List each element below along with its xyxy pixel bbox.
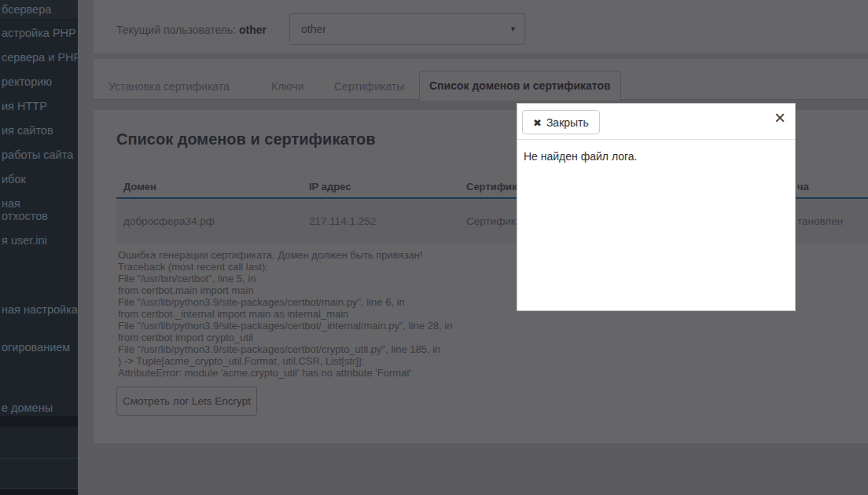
cell-ip: 217.114.1.252 — [309, 215, 376, 227]
column-header-ip: IP адрес — [309, 181, 351, 192]
close-icon: ✖ — [533, 117, 542, 129]
sidebar-footer-strip — [0, 489, 78, 495]
x-close-icon[interactable]: × — [774, 107, 785, 129]
cell-status-fragment: тановлен — [797, 215, 843, 227]
error-log-line: File "/usr/lib/python3.9/site-packages/c… — [118, 343, 452, 355]
current-user-value: other — [239, 24, 267, 36]
sidebar-item[interactable]: ная настройка — [2, 302, 78, 317]
cell-domain: добросфера34.рф — [123, 215, 215, 227]
sidebar-divider — [0, 458, 78, 459]
error-log-line: from certbot._internal import main as in… — [118, 308, 452, 320]
tab-label: Список доменов и сертификатов — [429, 79, 611, 92]
page-title: Список доменов и сертификатов — [116, 130, 376, 148]
modal-header: ✖Закрыть × — [517, 104, 795, 140]
screen: бсервера астройка PHP сервера и PHP рект… — [0, 0, 868, 495]
error-log-line: File "/usr/lib/python3.9/site-packages/c… — [118, 296, 452, 308]
sidebar-item[interactable]: ректорию — [2, 75, 52, 89]
current-user-label: Текущий пользователь: other — [116, 24, 267, 36]
sidebar-item[interactable]: я user.ini — [2, 233, 47, 248]
log-modal: ✖Закрыть × Не найден файл лога. — [517, 103, 796, 311]
tab-certificates[interactable]: Сертификаты — [334, 80, 404, 93]
sidebar-item[interactable]: ия HTTP — [2, 99, 47, 113]
sidebar-item[interactable]: отхостов — [2, 209, 48, 223]
tab-install-certificate[interactable]: Установка сертификата — [108, 80, 230, 93]
sidebar-footer-strip — [0, 416, 78, 427]
sidebar-item[interactable]: ибок — [2, 172, 26, 186]
user-select[interactable]: other ▼ — [289, 13, 525, 45]
sidebar-item[interactable]: е домены — [2, 401, 53, 415]
error-log-line: File "/usr/bin/certbot", line 5, in — [118, 273, 452, 284]
error-log-line: from certbot.main import main — [118, 284, 452, 296]
sidebar: бсервера астройка PHP сервера и PHP рект… — [0, 0, 78, 495]
view-log-button[interactable]: Смотреть лог Lets Encrypt — [116, 387, 257, 416]
error-log-line: ) -> Tuple[acme_crypto_util.Format, util… — [118, 355, 452, 367]
error-log-line: AttributeError: module 'acme.crypto_util… — [118, 367, 452, 379]
error-log-line: Traceback (most recent call last): — [118, 261, 452, 273]
sidebar-item[interactable]: работы сайта — [2, 148, 73, 162]
tab-domains-and-certificates[interactable]: Список доменов и сертификатов — [419, 71, 621, 101]
user-select-value: other — [301, 23, 326, 35]
modal-message: Не найден файл лога. — [517, 140, 795, 163]
user-panel: Текущий пользователь: other other ▼ — [94, 0, 868, 53]
error-log-line: File "/usr/lib/python3.9/site-packages/c… — [118, 320, 452, 332]
error-log: Ошибка генерации сертификата. Домен долж… — [118, 249, 452, 379]
current-user-text: Текущий пользователь: — [116, 24, 236, 36]
column-header-domain: Домен — [123, 181, 156, 192]
modal-close-button[interactable]: ✖Закрыть — [522, 110, 600, 134]
tab-bar: Установка сертификата Ключи Сертификаты … — [94, 59, 868, 100]
modal-close-label: Закрыть — [546, 116, 589, 129]
sidebar-item[interactable]: сервера и PHP — [2, 50, 81, 64]
tab-keys[interactable]: Ключи — [271, 80, 304, 93]
sidebar-item[interactable]: астройка PHP — [2, 26, 76, 40]
sidebar-divider — [0, 19, 78, 20]
error-log-line: Ошибка генерации сертификата. Домен долж… — [118, 249, 452, 261]
column-header-fragment: ча — [797, 181, 809, 192]
sidebar-item[interactable]: огированием — [2, 340, 70, 354]
sidebar-item[interactable]: ия сайтов — [2, 123, 53, 138]
chevron-down-icon: ▼ — [509, 25, 517, 33]
sidebar-item[interactable]: бсервера — [2, 2, 51, 16]
error-log-line: from certbot import crypto_util — [118, 332, 452, 343]
